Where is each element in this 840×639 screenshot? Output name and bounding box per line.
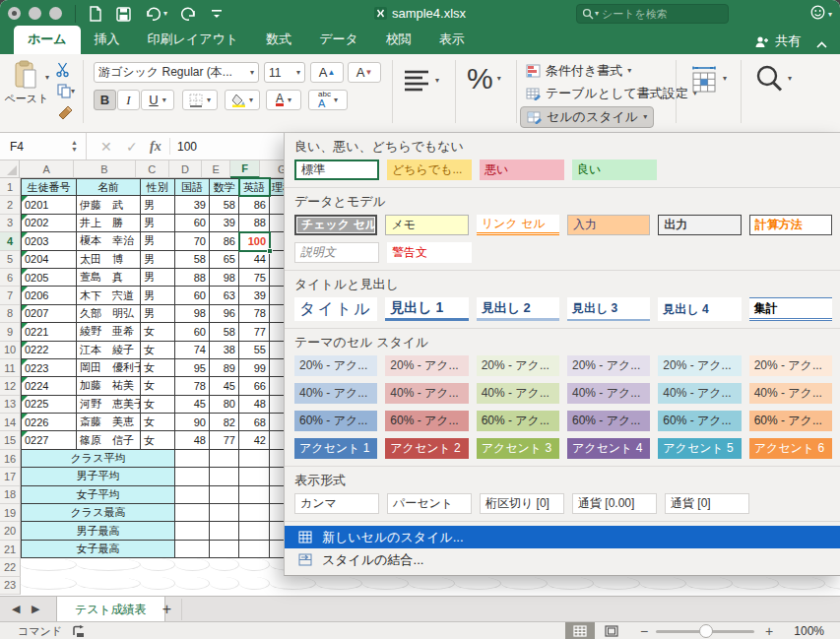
cell-A12[interactable]: 0224 bbox=[21, 377, 77, 395]
cell-merged-18[interactable]: 女子平均 bbox=[21, 486, 175, 504]
style-linked-cell[interactable]: リンク セル bbox=[477, 215, 559, 235]
style-total[interactable]: 集計 bbox=[749, 297, 832, 321]
cell-Q23[interactable] bbox=[733, 577, 779, 590]
column-header-A[interactable]: A bbox=[20, 160, 74, 178]
cell-D8[interactable]: 98 bbox=[175, 305, 210, 323]
cell-E20[interactable] bbox=[210, 522, 239, 540]
share-button[interactable]: 共有 bbox=[754, 32, 801, 50]
cell-A15[interactable]: 0227 bbox=[21, 431, 77, 449]
cell-E8[interactable]: 96 bbox=[210, 305, 239, 323]
row-header-8[interactable]: 8 bbox=[0, 305, 21, 323]
sheet-search-box[interactable]: ▾ bbox=[576, 4, 729, 24]
cell-E2[interactable]: 58 bbox=[210, 196, 239, 214]
cell-D13[interactable]: 45 bbox=[175, 396, 210, 414]
row-header-17[interactable]: 17 bbox=[0, 468, 21, 485]
cell-B6[interactable]: 萱島 真 bbox=[77, 269, 141, 287]
row-header-3[interactable]: 3 bbox=[0, 215, 21, 232]
text-effects-button[interactable]: abcA ▾ bbox=[308, 90, 348, 110]
menu-new-cell-style[interactable]: 新しいセルのスタイル... bbox=[285, 526, 840, 548]
zoom-level[interactable]: 100% bbox=[794, 624, 824, 638]
cell-E16[interactable] bbox=[210, 450, 239, 468]
row-header-12[interactable]: 12 bbox=[0, 377, 21, 395]
enter-icon[interactable]: ✓ bbox=[126, 133, 138, 160]
cell-F17[interactable] bbox=[239, 468, 270, 485]
cell-L23[interactable] bbox=[501, 577, 548, 590]
cell-C8[interactable]: 男 bbox=[141, 305, 175, 323]
cells-button[interactable]: ▾ bbox=[689, 64, 727, 94]
cell-A6[interactable]: 0205 bbox=[21, 269, 77, 287]
cell-F18[interactable] bbox=[239, 486, 270, 504]
row-header-22[interactable]: 22 bbox=[0, 558, 21, 576]
cell-B1[interactable]: 名前 bbox=[77, 178, 141, 196]
cell-C7[interactable]: 男 bbox=[141, 287, 175, 304]
cell-F6[interactable]: 75 bbox=[239, 269, 270, 287]
prev-sheet-icon[interactable]: ◀ bbox=[12, 603, 20, 615]
cell-D3[interactable]: 60 bbox=[175, 215, 210, 232]
cell-E19[interactable] bbox=[210, 504, 239, 522]
tab-印刷レイアウト[interactable]: 印刷レイアウト bbox=[134, 26, 253, 54]
cell-D12[interactable]: 78 bbox=[175, 377, 210, 395]
copy-icon[interactable]: ▾ bbox=[57, 84, 75, 98]
cancel-icon[interactable]: ✕ bbox=[100, 133, 112, 160]
cell-D2[interactable]: 39 bbox=[175, 196, 210, 214]
tab-挿入[interactable]: 挿入 bbox=[81, 26, 134, 54]
format-painter-icon[interactable] bbox=[57, 105, 73, 125]
row-header-21[interactable]: 21 bbox=[0, 541, 21, 558]
underline-button[interactable]: U▾ bbox=[141, 90, 174, 110]
style-normal[interactable]: 標準 bbox=[294, 160, 379, 180]
style-currency0[interactable]: 通貨 [0] bbox=[665, 493, 749, 514]
cell-N23[interactable] bbox=[594, 577, 640, 590]
cell-D23[interactable] bbox=[175, 577, 210, 590]
row-header-11[interactable]: 11 bbox=[0, 359, 21, 377]
cell-G23[interactable] bbox=[270, 577, 316, 590]
row-header-19[interactable]: 19 bbox=[0, 504, 21, 522]
style-warning[interactable]: 警告文 bbox=[387, 242, 472, 263]
tab-データ[interactable]: データ bbox=[305, 26, 372, 54]
cell-B2[interactable]: 伊藤 武 bbox=[77, 196, 141, 214]
font-name-combo[interactable]: 游ゴシック Regular (本...▾ bbox=[94, 62, 259, 83]
cell-C5[interactable]: 男 bbox=[141, 251, 175, 269]
column-header-D[interactable]: D bbox=[169, 160, 203, 178]
cell-merged-21[interactable]: 女子最高 bbox=[21, 541, 175, 558]
bold-button[interactable]: B bbox=[94, 90, 116, 110]
cell-F3[interactable]: 88 bbox=[239, 215, 270, 232]
style-20-accent5[interactable]: 20% - アク... bbox=[658, 355, 741, 376]
style-accent4[interactable]: アクセント 4 bbox=[567, 438, 650, 459]
cell-C11[interactable]: 女 bbox=[141, 359, 175, 377]
cell-A1[interactable]: 生徒番号 bbox=[21, 178, 77, 196]
number-format-button[interactable]: % ▾ bbox=[467, 62, 501, 96]
cell-B4[interactable]: 榎本 幸治 bbox=[77, 232, 141, 250]
cell-C22[interactable] bbox=[141, 558, 175, 571]
cell-F13[interactable]: 48 bbox=[239, 396, 270, 414]
row-header-9[interactable]: 9 bbox=[0, 323, 21, 341]
cell-D20[interactable] bbox=[175, 522, 210, 540]
cell-F15[interactable]: 42 bbox=[239, 431, 270, 449]
column-header-C[interactable]: C bbox=[136, 160, 169, 178]
cell-A4[interactable]: 0203 bbox=[21, 232, 77, 250]
style-40-accent5[interactable]: 40% - アク... bbox=[658, 383, 741, 404]
style-60-accent3[interactable]: 60% - アク... bbox=[477, 411, 559, 431]
tab-表示[interactable]: 表示 bbox=[425, 26, 479, 54]
cell-E13[interactable]: 80 bbox=[210, 396, 239, 414]
cell-E6[interactable]: 98 bbox=[210, 269, 239, 287]
cell-C3[interactable]: 男 bbox=[141, 215, 175, 232]
style-accent6[interactable]: アクセント 6 bbox=[749, 438, 832, 459]
row-header-13[interactable]: 13 bbox=[0, 396, 21, 414]
font-size-combo[interactable]: 11▾ bbox=[264, 62, 305, 83]
cell-F20[interactable] bbox=[239, 522, 270, 540]
cell-E22[interactable] bbox=[210, 558, 239, 571]
increase-font-icon[interactable]: A▲ bbox=[310, 62, 344, 83]
row-header-15[interactable]: 15 bbox=[0, 431, 21, 449]
cell-E3[interactable]: 39 bbox=[210, 215, 239, 232]
cell-E17[interactable] bbox=[210, 468, 239, 485]
fill-color-button[interactable]: ▾ bbox=[225, 90, 260, 110]
cell-E21[interactable] bbox=[210, 541, 239, 558]
tab-ホーム[interactable]: ホーム bbox=[14, 26, 81, 54]
style-title[interactable]: タイトル bbox=[294, 297, 377, 321]
row-header-20[interactable]: 20 bbox=[0, 522, 21, 540]
cell-B7[interactable]: 木下 宍道 bbox=[77, 287, 141, 304]
row-header-18[interactable]: 18 bbox=[0, 486, 21, 504]
format-as-table-button[interactable]: テーブルとして書式設定▾ bbox=[526, 85, 697, 102]
style-accent2[interactable]: アクセント 2 bbox=[385, 438, 468, 459]
cell-A14[interactable]: 0226 bbox=[21, 414, 77, 431]
